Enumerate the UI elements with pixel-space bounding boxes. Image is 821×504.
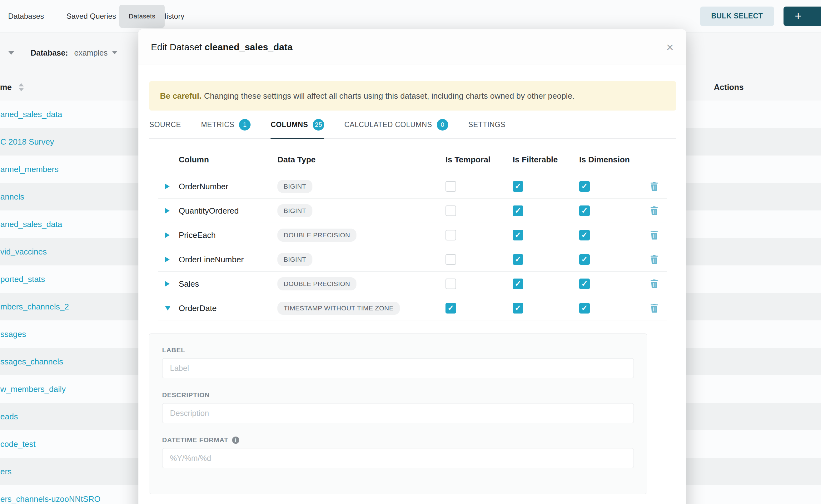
column-header: Column [179, 155, 209, 165]
dataset-link[interactable]: ssages_channels [0, 357, 63, 367]
tab-label: METRICS [201, 121, 234, 129]
dataset-link[interactable]: annel_members [0, 165, 58, 174]
column-name: Sales [179, 279, 199, 289]
is-filterable-checkbox[interactable] [513, 254, 523, 265]
caret-right-icon[interactable] [165, 257, 170, 262]
is-temporal-checkbox[interactable] [446, 303, 456, 314]
modal-title: Edit Dataset cleaned_sales_data [151, 42, 293, 52]
is-temporal-checkbox[interactable] [446, 181, 456, 192]
nav-item-saved-queries[interactable]: Saved Queries [67, 12, 116, 21]
dataset-link[interactable]: aned_sales_data [0, 220, 62, 229]
caret-right-icon[interactable] [165, 184, 170, 189]
column-name: QuantityOrdered [179, 206, 239, 215]
warning-bold-text: Be careful. [160, 91, 201, 101]
dataset-link[interactable]: annels [0, 192, 24, 202]
database-filter-label: Database: [31, 48, 68, 57]
is-dimension-header: Is Dimension [579, 155, 630, 165]
is-dimension-checkbox[interactable] [579, 205, 590, 216]
tab-settings[interactable]: SETTINGS [468, 111, 506, 138]
collapse-caret-icon[interactable] [8, 51, 14, 55]
column-row-orderdate: OrderDate TIMESTAMP WITHOUT TIME ZONE [158, 296, 667, 320]
description-input[interactable] [162, 403, 634, 423]
data-type-pill: TIMESTAMP WITHOUT TIME ZONE [277, 302, 400, 315]
nav-item-databases[interactable]: Databases [8, 12, 44, 21]
dataset-link[interactable]: C 2018 Survey [0, 137, 54, 147]
database-filter-value[interactable]: examples [74, 48, 108, 57]
data-type-pill: BIGINT [277, 180, 312, 193]
trash-icon[interactable] [650, 206, 659, 216]
dataset-link[interactable]: code_test [0, 439, 36, 449]
column-row-priceeach: PriceEach DOUBLE PRECISION [158, 223, 667, 247]
metrics-count-badge: 1 [239, 119, 250, 131]
dataset-link[interactable]: ers_channels-uzooNNtSRO [0, 494, 101, 504]
caret-right-icon[interactable] [165, 232, 170, 238]
tab-source[interactable]: SOURCE [149, 111, 181, 138]
is-temporal-header: Is Temporal [446, 155, 491, 165]
page: Databases Datasets Saved Queries Query H… [0, 0, 821, 504]
is-temporal-checkbox[interactable] [446, 230, 456, 240]
sort-icon[interactable] [18, 83, 24, 91]
is-temporal-checkbox[interactable] [446, 279, 456, 289]
datetime-format-input[interactable] [162, 448, 634, 468]
caret-right-icon[interactable] [165, 208, 170, 214]
column-name: PriceEach [179, 230, 216, 240]
calculated-columns-count-badge: 0 [437, 119, 448, 131]
tab-label: SETTINGS [468, 121, 506, 129]
trash-icon[interactable] [650, 279, 659, 289]
plus-icon: + [795, 9, 802, 23]
dataset-link[interactable]: eads [0, 412, 18, 422]
tab-columns[interactable]: COLUMNS 25 [270, 111, 324, 138]
trash-icon[interactable] [650, 181, 659, 191]
label-input[interactable] [162, 358, 634, 378]
is-dimension-checkbox[interactable] [579, 230, 590, 240]
field-label-text: LABEL [162, 346, 185, 354]
dataset-link[interactable]: vid_vaccines [0, 247, 47, 257]
chevron-down-icon[interactable] [112, 51, 117, 54]
tab-metrics[interactable]: METRICS 1 [201, 111, 250, 138]
data-type-pill: BIGINT [277, 253, 312, 266]
caret-down-icon[interactable] [165, 306, 171, 310]
column-row-ordernumber: OrderNumber BIGINT [158, 174, 667, 199]
is-filterable-checkbox[interactable] [513, 205, 523, 216]
warning-text: Changing these settings will affect all … [204, 91, 575, 101]
is-temporal-checkbox[interactable] [446, 205, 456, 216]
is-filterable-checkbox[interactable] [513, 230, 523, 240]
bulk-select-button[interactable]: BULK SELECT [700, 7, 774, 26]
field-label-text: DATETIME FORMAT [162, 436, 228, 444]
field-label-text: DESCRIPTION [162, 391, 210, 399]
modal-tabs: SOURCE METRICS 1 COLUMNS 25 CALCULATED C… [149, 111, 676, 139]
trash-icon[interactable] [650, 230, 659, 240]
add-dataset-button[interactable]: + [784, 7, 821, 26]
description-field-label: DESCRIPTION [162, 391, 634, 399]
tab-calculated-columns[interactable]: CALCULATED COLUMNS 0 [344, 111, 448, 138]
close-icon[interactable]: × [666, 41, 674, 53]
dataset-link[interactable]: ers [0, 467, 12, 477]
is-dimension-checkbox[interactable] [579, 181, 590, 192]
nav-item-datasets[interactable]: Datasets [119, 5, 165, 28]
is-filterable-checkbox[interactable] [513, 279, 523, 289]
dataset-link[interactable]: w_members_daily [0, 384, 66, 394]
is-dimension-checkbox[interactable] [579, 254, 590, 265]
trash-icon[interactable] [650, 303, 659, 313]
is-dimension-checkbox[interactable] [579, 303, 590, 314]
expanded-column-panel: LABEL DESCRIPTION DATETIME FORMAT [149, 334, 647, 494]
data-type-pill: BIGINT [277, 204, 312, 217]
dataset-link[interactable]: mbers_channels_2 [0, 302, 69, 312]
top-nav: Databases Datasets Saved Queries Query H… [0, 0, 821, 32]
column-name: OrderNumber [179, 181, 228, 191]
trash-icon[interactable] [650, 254, 659, 264]
columns-table: Column Data Type Is Temporal Is Filterab… [158, 139, 667, 320]
modal-title-prefix: Edit Dataset [151, 42, 205, 52]
columns-table-header: Column Data Type Is Temporal Is Filterab… [158, 139, 667, 174]
is-filterable-checkbox[interactable] [513, 181, 523, 192]
is-temporal-checkbox[interactable] [446, 254, 456, 265]
is-filterable-checkbox[interactable] [513, 303, 523, 314]
is-dimension-checkbox[interactable] [579, 279, 590, 289]
dataset-link[interactable]: ported_stats [0, 274, 45, 284]
modal-header: Edit Dataset cleaned_sales_data × [138, 29, 686, 65]
filter-toolbar: Database: examples [8, 42, 117, 63]
dataset-link[interactable]: ssages [0, 329, 26, 339]
dataset-link[interactable]: aned_sales_data [0, 110, 62, 119]
info-icon[interactable] [232, 437, 239, 444]
caret-right-icon[interactable] [165, 281, 170, 287]
